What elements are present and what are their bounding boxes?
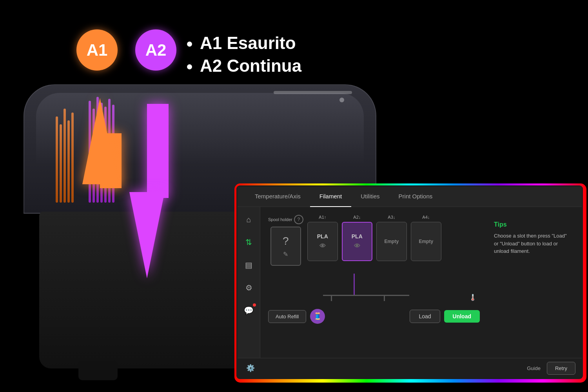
guide-button[interactable]: Guide bbox=[527, 365, 541, 371]
slot-a1-box[interactable]: PLA 👁 bbox=[307, 222, 338, 261]
slot-a2-eye-icon[interactable]: 👁 bbox=[354, 243, 360, 250]
tips-panel: Tips Choose a slot then press "Load" or … bbox=[488, 215, 574, 350]
status-line2: A2 Continua bbox=[200, 56, 301, 76]
unload-button[interactable]: Unload bbox=[444, 310, 480, 323]
tips-text: Choose a slot then press "Load" or "Unlo… bbox=[494, 232, 568, 255]
retry-button[interactable]: Retry bbox=[547, 362, 575, 375]
spool-holder-column: Spool holder ? ? ✎ bbox=[268, 215, 303, 266]
slot-a3-column: A3↓ Empty bbox=[376, 215, 407, 261]
slot-a3-label: A3↓ bbox=[388, 215, 395, 220]
badge-a2: A2 bbox=[135, 29, 176, 71]
slot-a3-material: Empty bbox=[384, 239, 399, 244]
slot-a4-label: A4↓ bbox=[422, 215, 430, 220]
slot-a4-box[interactable]: Empty bbox=[411, 222, 441, 261]
slot-a2-material: PLA bbox=[352, 233, 363, 240]
slot-a1-material: PLA bbox=[317, 233, 328, 240]
tab-utilities[interactable]: Utilities bbox=[351, 187, 389, 207]
filament-spool-icon: 🧵 bbox=[310, 309, 325, 324]
load-button[interactable]: Load bbox=[410, 310, 440, 323]
settings-circle-icon[interactable]: ⚙️ bbox=[244, 361, 257, 375]
filament-main: Spool holder ? ? ✎ A1↑ bbox=[268, 215, 480, 350]
slot-a2-column: A2↓ PLA 👁 bbox=[342, 215, 372, 261]
tab-print-options[interactable]: Print Options bbox=[389, 187, 442, 207]
temperature-icon: 🌡️ bbox=[469, 294, 477, 301]
panel-content: ⌂ ⇅ ▤ ⚙ 💬 Spool holder bbox=[238, 207, 582, 358]
slot-a2-label: A2↓ bbox=[353, 215, 361, 220]
slot-a3-box[interactable]: Empty bbox=[376, 222, 407, 261]
path-line-horizontal bbox=[323, 295, 409, 296]
slot-a1-label: A1↑ bbox=[319, 215, 326, 220]
lid-reflection bbox=[274, 91, 352, 94]
badge-a1-label: A1 bbox=[87, 41, 108, 60]
panel-inner: Temperature/Axis Filament Utilities Prin… bbox=[238, 187, 582, 378]
status-text: A1 Esaurito A2 Continua bbox=[192, 33, 301, 79]
sidebar: ⌂ ⇅ ▤ ⚙ 💬 bbox=[238, 207, 260, 358]
arrow-up-head bbox=[82, 98, 118, 184]
path-line-v1 bbox=[331, 295, 332, 301]
filament-strand-orange bbox=[71, 113, 74, 203]
slot-a1-eye-icon[interactable]: 👁 bbox=[319, 243, 326, 250]
bottom-action-bar: ⚙️ Guide Retry bbox=[238, 358, 582, 378]
sidebar-gear-icon[interactable]: ⚙ bbox=[241, 280, 257, 296]
slot-a1-column: A1↑ PLA 👁 bbox=[307, 215, 338, 261]
bottom-controls: Auto Refill 🧵 Load Unload bbox=[268, 309, 480, 324]
sidebar-home-icon[interactable]: ⌂ bbox=[241, 212, 257, 227]
sidebar-folder-icon[interactable]: ▤ bbox=[241, 257, 257, 273]
control-panel: Temperature/Axis Filament Utilities Prin… bbox=[235, 184, 584, 380]
filament-strand-orange bbox=[60, 124, 62, 203]
spool-holder-edit-icon[interactable]: ✎ bbox=[283, 250, 288, 258]
arrow-down-head bbox=[129, 192, 165, 278]
filament-strand-orange bbox=[64, 109, 66, 203]
tab-temperature[interactable]: Temperature/Axis bbox=[245, 187, 310, 207]
lid-reflection-dot bbox=[339, 98, 344, 102]
badge-a2-label: A2 bbox=[145, 41, 167, 60]
path-line-a2-vertical bbox=[354, 274, 355, 295]
printer-foot-left bbox=[78, 361, 118, 380]
sidebar-settings-icon[interactable]: ⇅ bbox=[241, 234, 257, 250]
spool-holder-help[interactable]: ? bbox=[294, 215, 303, 224]
auto-refill-button[interactable]: Auto Refill bbox=[268, 310, 306, 323]
slot-a4-column: A4↓ Empty bbox=[411, 215, 441, 261]
path-line-v2 bbox=[384, 295, 385, 301]
tab-filament[interactable]: Filament bbox=[310, 187, 352, 207]
filament-path-diagram: 🌡️ bbox=[268, 274, 480, 301]
notification-dot bbox=[253, 303, 256, 307]
spool-holder-label: Spool holder ? bbox=[268, 215, 303, 224]
tips-title: Tips bbox=[494, 221, 568, 228]
filament-strand-orange bbox=[67, 120, 70, 203]
slot-a2-box[interactable]: PLA 👁 bbox=[342, 222, 372, 261]
spool-slots: Spool holder ? ? ✎ A1↑ bbox=[268, 215, 480, 266]
status-line1: A1 Esaurito bbox=[200, 33, 301, 53]
badge-a1: A1 bbox=[76, 29, 118, 71]
sidebar-chat-icon[interactable]: 💬 bbox=[241, 303, 257, 318]
filament-strand-orange bbox=[56, 116, 58, 203]
arrow-down-stem bbox=[147, 104, 169, 198]
filament-content: Spool holder ? ? ✎ A1↑ bbox=[260, 207, 582, 358]
slot-a4-material: Empty bbox=[419, 239, 433, 244]
spool-holder-question: ? bbox=[283, 235, 289, 247]
tab-bar: Temperature/Axis Filament Utilities Prin… bbox=[238, 187, 582, 207]
spool-holder-box[interactable]: ? ✎ bbox=[270, 227, 301, 266]
